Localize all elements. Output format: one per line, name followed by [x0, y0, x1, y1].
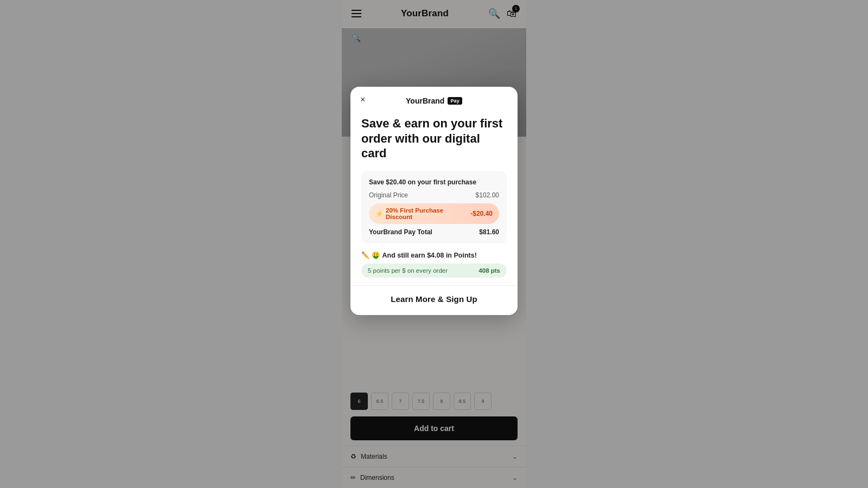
discount-label: ⚡ 20% First Purchase Discount — [375, 207, 470, 220]
pricing-section-title: Save $20.40 on your first purchase — [369, 178, 499, 186]
modal-header: × YourBrand Pay — [350, 87, 518, 105]
discount-label-text: 20% First Purchase Discount — [386, 207, 470, 220]
modal-title: Save & earn on your first order with our… — [361, 116, 507, 161]
modal-cta: Learn More & Sign Up — [350, 285, 518, 315]
original-price-row: Original Price $102.00 — [369, 191, 499, 199]
modal-brand-pay-badge: Pay — [448, 97, 462, 105]
modal-brand: YourBrand Pay — [406, 97, 462, 105]
discount-row: ⚡ 20% First Purchase Discount -$20.40 — [369, 203, 499, 224]
points-per-dollar-label: 5 points per $ on every order — [368, 267, 448, 274]
total-row: YourBrand Pay Total $81.60 — [369, 228, 499, 236]
mobile-frame: YourBrand 🔍 🛍 1 🔍 — [342, 0, 526, 488]
learn-more-signup-button[interactable]: Learn More & Sign Up — [391, 294, 477, 304]
discount-value: -$20.40 — [470, 210, 493, 217]
points-header: ✏️ 🤑 And still earn $4.08 in Points! — [361, 251, 507, 259]
modal-close-button[interactable]: × — [360, 95, 365, 104]
points-section: ✏️ 🤑 And still earn $4.08 in Points! 5 p… — [350, 251, 518, 285]
points-value: 408 pts — [478, 267, 500, 274]
page-wrapper: YourBrand 🔍 🛍 1 🔍 — [0, 0, 868, 488]
modal-brand-name: YourBrand — [406, 97, 444, 105]
original-price-value: $102.00 — [476, 191, 499, 199]
total-label: YourBrand Pay Total — [369, 228, 432, 236]
modal-dialog: × YourBrand Pay Save & earn on your firs… — [350, 87, 518, 315]
pricing-card: Save $20.40 on your first purchase Origi… — [361, 171, 507, 243]
modal-overlay: × YourBrand Pay Save & earn on your firs… — [342, 0, 526, 488]
original-price-label: Original Price — [369, 191, 408, 199]
modal-body: Save & earn on your first order with our… — [350, 105, 518, 243]
discount-icon: ⚡ — [375, 210, 383, 217]
points-pill: 5 points per $ on every order 408 pts — [361, 264, 507, 278]
total-value: $81.60 — [479, 228, 499, 236]
